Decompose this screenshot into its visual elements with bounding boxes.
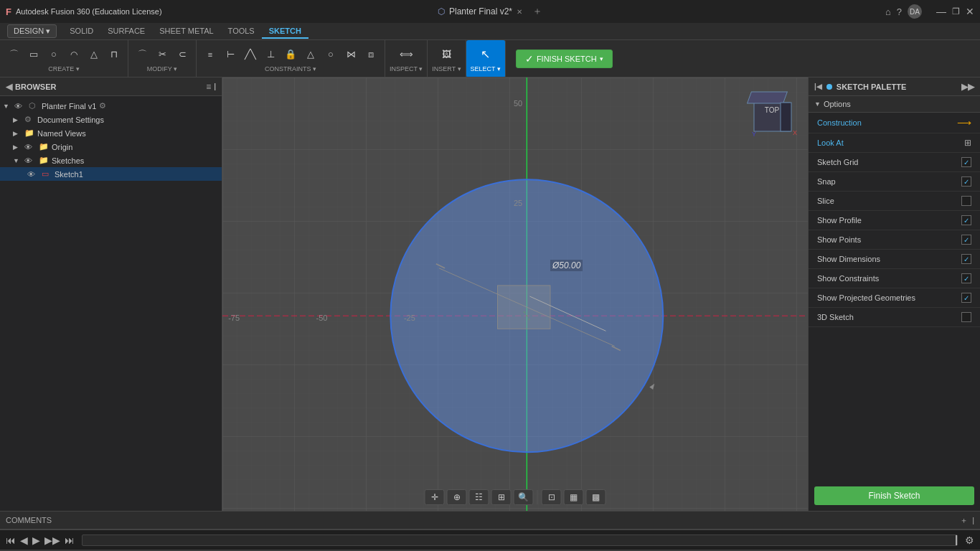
browser-item-sketch1[interactable]: 👁 ▭ Sketch1 — [0, 167, 222, 181]
snap-checkbox[interactable]: ✓ — [961, 176, 971, 187]
perp-tool[interactable]: ⊥ — [261, 45, 280, 64]
user-avatar[interactable]: DA — [908, 4, 922, 19]
finish-sketch-palette-btn[interactable]: Finish Sketch — [814, 486, 974, 505]
palette-row-sketch-grid[interactable]: Sketch Grid ✓ — [809, 153, 980, 172]
tab-solid[interactable]: SOLID — [62, 24, 100, 39]
nav-look-btn[interactable]: ☷ — [469, 489, 489, 505]
browser-item-origin[interactable]: ▶ 👁 📁 Origin — [0, 140, 222, 154]
grid-display-btn[interactable]: ▦ — [564, 489, 584, 505]
nav-zoom-window-btn[interactable]: 🔍 — [514, 489, 534, 505]
parallel-tool[interactable]: ╱╲ — [241, 45, 260, 64]
timeline-next-btn[interactable]: ▶▶ — [44, 534, 60, 546]
show-projected-checkbox[interactable]: ✓ — [961, 293, 971, 303]
tab-surface[interactable]: SURFACE — [100, 24, 152, 39]
timeline-prev-btn[interactable]: ◀ — [20, 534, 28, 546]
arc-tool[interactable]: ◠ — [65, 45, 83, 64]
circle-tool[interactable]: ○ — [44, 45, 63, 64]
tab-sheet-metal[interactable]: SHEET METAL — [152, 24, 220, 39]
rect-tool[interactable]: ▭ — [24, 45, 43, 64]
show-dimensions-checkbox[interactable]: ✓ — [961, 254, 971, 264]
palette-expand-icon[interactable]: ▶▶ — [961, 82, 974, 92]
inspect-icon[interactable]: ⟺ — [393, 45, 419, 64]
sym-tool[interactable]: ⋈ — [341, 45, 360, 64]
palette-row-show-projected[interactable]: Show Projected Geometries ✓ — [809, 288, 980, 308]
browser-pin-icon[interactable]: | — [214, 83, 216, 90]
polygon-tool[interactable]: △ — [85, 45, 103, 64]
add-tab-icon[interactable]: ＋ — [532, 5, 542, 18]
select-icon[interactable]: ↖ — [473, 45, 499, 64]
palette-row-3d-sketch[interactable]: 3D Sketch — [809, 308, 980, 327]
minimize-btn[interactable]: — — [936, 6, 946, 17]
browser-collapse-icon[interactable]: ≡ — [206, 82, 211, 92]
timeline-track[interactable] — [82, 534, 958, 546]
canvas-area[interactable]: Ø50.00 50 25 -75 -50 -25 TOP — [222, 77, 808, 511]
3d-sketch-checkbox[interactable] — [961, 312, 971, 322]
expand-doc[interactable]: ▶ — [13, 116, 23, 123]
palette-row-construction[interactable]: Construction ⟶ — [809, 113, 980, 133]
sketches-label: Sketches — [52, 156, 84, 165]
slice-checkbox[interactable] — [961, 196, 971, 206]
nav-zoom-btn[interactable]: ⊞ — [491, 489, 512, 505]
expand-named-views[interactable]: ▶ — [13, 130, 23, 137]
timeline-start-btn[interactable]: ⏮ — [6, 534, 16, 546]
browser-item-named-views[interactable]: ▶ 📁 Named Views — [0, 126, 222, 140]
timeline-play-btn[interactable]: ▶ — [32, 534, 40, 546]
viewcube[interactable]: TOP X Y — [743, 85, 801, 142]
eye-icon-root[interactable]: 👁 — [14, 102, 26, 110]
tab-sketch[interactable]: SKETCH — [262, 24, 308, 39]
palette-row-snap[interactable]: Snap ✓ — [809, 172, 980, 192]
tangent-tool[interactable]: △ — [301, 45, 320, 64]
restore-btn[interactable]: ❐ — [952, 6, 960, 17]
show-constraints-checkbox[interactable]: ✓ — [961, 273, 971, 283]
eye-icon-origin[interactable]: 👁 — [24, 143, 36, 151]
axis-tool[interactable]: ⊢ — [221, 45, 240, 64]
comments-pin-icon[interactable]: | — [972, 516, 974, 524]
home-icon[interactable]: ⌂ — [885, 6, 891, 17]
hatch-tool[interactable]: ≡ — [201, 45, 220, 64]
nav-pan-btn[interactable]: ⊕ — [447, 489, 467, 505]
nav-orbit-btn[interactable]: ✛ — [425, 489, 445, 505]
mirror-tool[interactable]: ⧈ — [362, 45, 380, 64]
insert-icon[interactable]: 🖼 — [433, 45, 459, 64]
finish-sketch-toolbar-btn[interactable]: ✓ FINISH SKETCH ▾ — [516, 50, 613, 68]
app-title: Autodesk Fusion 360 (Education License) — [16, 7, 162, 16]
palette-row-show-dimensions[interactable]: Show Dimensions ✓ — [809, 250, 980, 269]
timeline-end-btn[interactable]: ⏭ — [65, 534, 75, 546]
palette-row-show-constraints[interactable]: Show Constraints ✓ — [809, 269, 980, 288]
palette-row-show-profile[interactable]: Show Profile ✓ — [809, 211, 980, 230]
expand-origin[interactable]: ▶ — [13, 143, 23, 151]
eye-icon-sketches[interactable]: 👁 — [24, 156, 36, 165]
show-points-checkbox[interactable]: ✓ — [961, 235, 971, 245]
expand-sketches[interactable]: ▼ — [13, 157, 23, 164]
circle-con[interactable]: ○ — [321, 45, 340, 64]
browser-item-root[interactable]: ▼ 👁 ⬡ Planter Final v1 ⚙ — [0, 99, 222, 113]
line-tool[interactable]: ⌒ — [4, 45, 23, 64]
offset-tool[interactable]: ⊂ — [173, 45, 192, 64]
fillet-tool[interactable]: ⌒ — [133, 45, 151, 64]
palette-row-slice[interactable]: Slice — [809, 192, 980, 211]
sketch-grid-checkbox[interactable]: ✓ — [961, 157, 971, 167]
browser-item-sketches[interactable]: ▼ 👁 📁 Sketches — [0, 154, 222, 167]
expand-root[interactable]: ▼ — [3, 103, 13, 110]
settings-icon-root[interactable]: ⚙ — [99, 101, 106, 110]
browser-item-doc-settings[interactable]: ▶ ⚙ Document Settings — [0, 113, 222, 126]
display-mode-btn[interactable]: ⊡ — [542, 489, 562, 505]
palette-row-show-points[interactable]: Show Points ✓ — [809, 230, 980, 250]
browser-back-icon[interactable]: ◀ — [6, 82, 12, 92]
tab-tools[interactable]: TOOLS — [221, 24, 262, 39]
close-btn[interactable]: ✕ — [966, 6, 974, 17]
trim-tool[interactable]: ✂ — [153, 45, 171, 64]
close-tab-icon[interactable]: ✕ — [517, 8, 522, 16]
options-arrow[interactable]: ▼ — [814, 100, 821, 108]
help-icon[interactable]: ? — [897, 6, 902, 17]
show-profile-checkbox[interactable]: ✓ — [961, 215, 971, 225]
palette-row-look-at[interactable]: Look At ⊞ — [809, 133, 980, 153]
palette-collapse-icon[interactable]: |◀ — [814, 83, 822, 90]
comments-add-icon[interactable]: ＋ — [960, 515, 968, 526]
eye-icon-sketch1[interactable]: 👁 — [27, 170, 39, 179]
lock-tool[interactable]: 🔒 — [281, 45, 300, 64]
timeline-settings-icon[interactable]: ⚙ — [965, 534, 974, 546]
viewport-btn[interactable]: ▩ — [586, 489, 606, 505]
design-button[interactable]: DESIGN ▾ — [7, 24, 57, 38]
slot-tool[interactable]: ⊓ — [105, 45, 123, 64]
